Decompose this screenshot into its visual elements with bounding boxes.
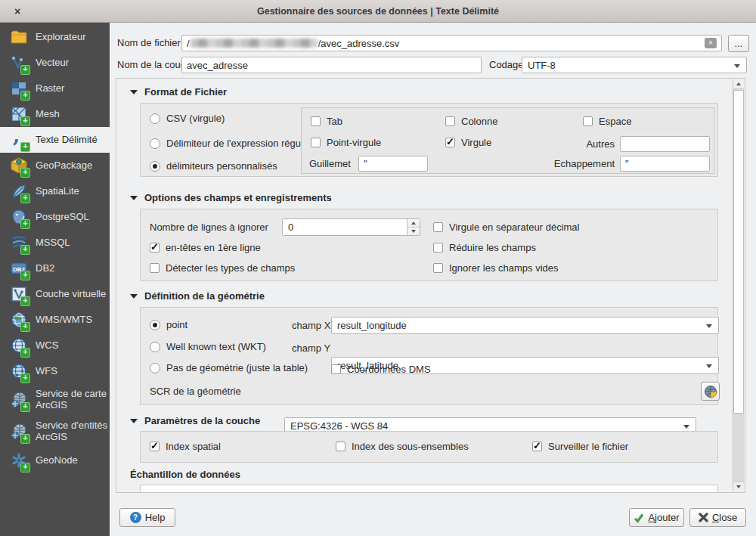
autres-input[interactable] [620, 136, 710, 152]
ajouter-button[interactable]: Ajouter [629, 508, 684, 527]
guillemet-input[interactable]: " [358, 156, 428, 172]
checkbox-icon-checked[interactable] [150, 442, 160, 451]
champ-x-dropdown[interactable]: result_longitude [331, 317, 719, 334]
radio-icon[interactable] [150, 363, 160, 373]
echappement-label: Echappement [551, 158, 615, 169]
scroll-up-icon[interactable] [733, 79, 744, 89]
sidebar-item-wcs[interactable]: WCS [0, 333, 110, 358]
file-name-input[interactable]: //avec_adresse.csv × [181, 35, 722, 51]
checkbox-label: Colonne [461, 116, 497, 127]
sidebar-item-geonode[interactable]: GeoNode [0, 448, 110, 473]
checkbox-subset-index[interactable]: Index des sous-ensembles [336, 441, 469, 452]
section-title: Format de Fichier [144, 86, 227, 98]
encoding-dropdown[interactable]: UTF-8 [522, 57, 747, 73]
collapse-arrow-icon [130, 419, 138, 423]
file-format-panel: CSV (virgule) Délimiteur de l'expression… [140, 103, 718, 177]
scroll-down-icon[interactable] [733, 482, 744, 491]
browse-file-button[interactable]: ... [728, 35, 749, 52]
sidebar-item-raster[interactable]: Raster [0, 76, 110, 101]
sidebar-item-wfs[interactable]: WFS [0, 358, 110, 384]
sidebar-item-mesh[interactable]: Mesh [0, 101, 110, 127]
spin-down-icon[interactable] [407, 228, 420, 235]
radio-regex-delimiter[interactable]: Délimiteur de l'expression régulière [150, 138, 320, 149]
checkbox-trim-fields[interactable]: Réduire les champs [433, 242, 536, 253]
checkbox-icon[interactable] [445, 116, 455, 126]
checkbox-colonne[interactable]: Colonne [445, 116, 497, 127]
checkbox-icon[interactable] [433, 222, 443, 232]
spin-buttons[interactable] [407, 219, 420, 235]
help-icon: ? [130, 512, 141, 523]
layer-name-value: avec_adresse [187, 60, 248, 71]
checkbox-espace[interactable]: Espace [583, 116, 631, 127]
skip-lines-spinbox[interactable]: 0 [282, 218, 420, 236]
checkbox-headers-first-line[interactable]: en-têtes en 1ère ligne [150, 242, 261, 253]
radio-no-geometry[interactable]: Pas de géométrie (juste la table) [150, 362, 308, 373]
radio-csv[interactable]: CSV (virgule) [150, 113, 225, 124]
virtual-layer-icon [10, 285, 28, 303]
checkbox-tab[interactable]: Tab [311, 116, 342, 127]
checkbox-icon[interactable] [150, 263, 160, 273]
checkbox-icon[interactable] [311, 138, 321, 147]
records-options-panel: Nombre de lignes à ignorer 0 en-têtes en… [140, 209, 718, 281]
spin-up-icon[interactable] [407, 219, 420, 228]
checkbox-label: Coordonnées DMS [347, 364, 431, 375]
close-button[interactable]: Close [689, 508, 746, 527]
checkbox-icon[interactable] [311, 116, 321, 126]
sidebar-item-arcgis-map-service[interactable]: Service de carte ArcGIS [0, 384, 110, 416]
sidebar-item-explorateur[interactable]: Explorateur [0, 24, 110, 50]
checkbox-detect-field-types[interactable]: Détecter les types de champs [150, 262, 295, 274]
section-layer-settings[interactable]: Paramètres de la couche [130, 415, 260, 426]
radio-icon[interactable] [150, 342, 160, 352]
checkbox-spatial-index[interactable]: Index spatial [150, 441, 221, 452]
sidebar-item-label: Vecteur [36, 57, 69, 69]
titlebar: × Gestionnaire des sources de données | … [0, 0, 756, 23]
section-file-format[interactable]: Format de Fichier [130, 86, 227, 98]
checkbox-skip-empty-fields[interactable]: Ignorer les champs vides [433, 262, 559, 274]
sidebar-item-couche-virtuelle[interactable]: Couche virtuelle [0, 281, 110, 307]
checkbox-decimal-comma[interactable]: Virgule en séparateur décimal [433, 222, 579, 233]
sidebar-item-vecteur[interactable]: Vecteur [0, 50, 110, 76]
checkbox-icon-checked[interactable] [532, 442, 542, 451]
vertical-scrollbar[interactable] [733, 79, 744, 491]
checkbox-icon[interactable] [583, 116, 593, 126]
section-records-options[interactable]: Options des champs et enregistrements [130, 192, 332, 203]
crs-select-button[interactable] [701, 382, 720, 401]
close-x-icon [699, 513, 708, 522]
sidebar-item-geopackage[interactable]: GeoPackage [0, 153, 110, 178]
sidebar-item-wms-wmts[interactable]: WMS/WMTS [0, 307, 110, 333]
help-button[interactable]: ? Help [119, 508, 175, 527]
checkbox-icon[interactable] [433, 263, 443, 273]
radio-wkt[interactable]: Well known text (WKT) [150, 341, 266, 352]
checkbox-icon[interactable] [331, 364, 341, 374]
radio-icon-checked[interactable] [150, 161, 160, 172]
checkbox-icon[interactable] [433, 243, 443, 253]
sidebar-item-postgresql[interactable]: PostgreSQL [0, 204, 110, 230]
sidebar-item-texte-delimite[interactable]: , Texte Délimité [0, 127, 110, 153]
checkbox-point-virgule[interactable]: Point-virgule [311, 137, 381, 148]
checkbox-dms-coordinates[interactable]: Coordonnées DMS [331, 364, 431, 375]
sidebar-item-mssql[interactable]: MSSQL [0, 230, 110, 256]
radio-icon-checked[interactable] [150, 320, 160, 330]
radio-custom-delimiters[interactable]: délimiteurs personnalisés [150, 160, 277, 172]
checkbox-icon[interactable] [336, 442, 345, 451]
sidebar-item-label: SpatiaLite [36, 186, 79, 197]
window-close-button[interactable]: × [11, 5, 24, 18]
checkbox-virgule[interactable]: Virgule [445, 137, 491, 148]
scrollbar-thumb[interactable] [733, 90, 744, 414]
sidebar-item-db2[interactable]: DB2 DB2 [0, 256, 110, 281]
checkbox-watch-file[interactable]: Surveiller le fichier [532, 441, 628, 452]
section-geometry-definition[interactable]: Définition de la géométrie [130, 290, 265, 302]
radio-icon[interactable] [150, 138, 160, 149]
custom-delimiters-panel: Tab Colonne Espace Point-virgule [301, 107, 714, 174]
echappement-input[interactable]: " [620, 156, 710, 172]
checkbox-icon-checked[interactable] [445, 138, 455, 147]
sidebar-item-arcgis-feature-service[interactable]: Service d'entités ArcGIS [0, 416, 110, 448]
radio-point[interactable]: point [150, 319, 187, 330]
clear-text-icon[interactable]: × [705, 38, 717, 48]
checkbox-icon-checked[interactable] [150, 243, 160, 253]
layer-name-input[interactable]: avec_adresse [181, 57, 482, 73]
sidebar-item-spatialite[interactable]: SpatiaLite [0, 178, 110, 204]
radio-icon[interactable] [150, 113, 160, 124]
radio-label: point [166, 319, 187, 330]
radio-label: CSV (virgule) [166, 113, 225, 124]
